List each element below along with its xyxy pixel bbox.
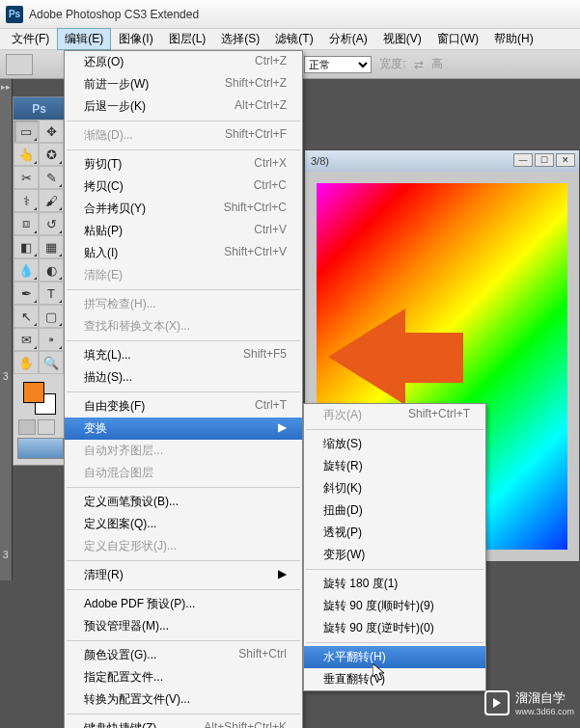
menu-auto-blend: 自动混合图层 xyxy=(65,462,302,484)
document-title[interactable]: 3/8) — ☐ ✕ xyxy=(305,150,579,172)
menu-undo[interactable]: 还原(O)Ctrl+Z xyxy=(65,51,302,73)
menu-rotate-90ccw[interactable]: 旋转 90 度(逆时针)(0) xyxy=(304,617,485,639)
menu-spellcheck: 拼写检查(H)... xyxy=(65,293,302,315)
eyedropper-tool[interactable]: ⁍ xyxy=(39,328,64,351)
annotation-arrow xyxy=(405,333,463,383)
watermark: 溜溜自学 www.3d66.com xyxy=(484,689,574,716)
options-width-label: 宽度: xyxy=(379,56,405,72)
cursor-icon xyxy=(373,663,388,683)
path-select-tool[interactable]: ↖ xyxy=(14,305,39,328)
move-tool[interactable]: ✥ xyxy=(39,120,64,143)
menu-find-replace: 查找和替换文本(X)... xyxy=(65,315,302,337)
lasso-tool[interactable]: 👆 xyxy=(14,143,39,166)
menu-layer[interactable]: 图层(L) xyxy=(161,28,214,50)
screen-mode-button[interactable] xyxy=(17,438,64,459)
dock-expand-icon[interactable]: ▸▸ xyxy=(1,82,11,92)
type-tool[interactable]: T xyxy=(39,282,64,305)
menu-file[interactable]: 文件(F) xyxy=(4,28,57,50)
shape-tool[interactable]: ▢ xyxy=(39,305,64,328)
menu-flip-horizontal[interactable]: 水平翻转(H) xyxy=(304,646,485,668)
menu-edit[interactable]: 编辑(E) xyxy=(57,28,111,50)
marquee-tool[interactable]: ▭ xyxy=(14,120,39,143)
menu-copy[interactable]: 拷贝(C)Ctrl+C xyxy=(65,175,302,198)
history-brush-tool[interactable]: ↺ xyxy=(39,212,64,235)
menu-step-forward[interactable]: 前进一步(W)Shift+Ctrl+Z xyxy=(65,73,302,95)
app-icon: Ps xyxy=(6,6,23,23)
menu-select[interactable]: 选择(S) xyxy=(213,28,267,50)
dodge-tool[interactable]: ◐ xyxy=(39,258,64,282)
menu-pdf-presets[interactable]: Adobe PDF 预设(P)... xyxy=(65,593,302,615)
zoom-tool[interactable]: 🔍 xyxy=(39,351,64,374)
notes-tool[interactable]: ✉ xyxy=(14,328,39,351)
quick-select-tool[interactable]: ✪ xyxy=(39,143,64,166)
menu-scale[interactable]: 缩放(S) xyxy=(304,433,485,455)
menu-assign-profile[interactable]: 指定配置文件... xyxy=(65,666,302,688)
annotation-arrow-head xyxy=(328,309,405,405)
eraser-tool[interactable]: ◧ xyxy=(14,235,39,258)
menu-rotate-180[interactable]: 旋转 180 度(1) xyxy=(304,573,485,595)
ruler-mark: 3 xyxy=(3,371,9,382)
toolbox: Ps ▭ ✥ 👆 ✪ ✂ ✎ ⚕ 🖌 ⧈ ↺ ◧ ▦ 💧 ◐ ✒ T ↖ ▢ ✉… xyxy=(13,96,66,466)
menu-distort[interactable]: 扭曲(D) xyxy=(304,499,485,522)
app-title: Adobe Photoshop CS3 Extended xyxy=(29,8,199,21)
color-swatches[interactable] xyxy=(23,382,56,415)
menu-image[interactable]: 图像(I) xyxy=(111,28,160,50)
crop-tool[interactable]: ✂ xyxy=(14,166,39,189)
watermark-text: 溜溜自学 xyxy=(515,690,566,705)
close-button[interactable]: ✕ xyxy=(556,153,575,167)
watermark-sub: www.3d66.com xyxy=(515,707,574,716)
menu-step-backward[interactable]: 后退一步(K)Alt+Ctrl+Z xyxy=(65,95,302,118)
menu-help[interactable]: 帮助(H) xyxy=(486,28,541,50)
standard-mode-icon[interactable] xyxy=(18,419,36,435)
menu-flip-vertical[interactable]: 垂直翻转(V) xyxy=(304,668,485,690)
menu-perspective[interactable]: 透视(P) xyxy=(304,522,485,544)
quickmask-mode-icon[interactable] xyxy=(38,419,55,435)
menu-rotate[interactable]: 旋转(R) xyxy=(304,455,485,477)
menu-window[interactable]: 窗口(W) xyxy=(429,28,486,50)
maximize-button[interactable]: ☐ xyxy=(535,153,554,167)
menu-define-shape: 定义自定形状(J)... xyxy=(65,535,302,557)
slice-tool[interactable]: ✎ xyxy=(39,166,64,189)
tool-preset-icon[interactable] xyxy=(6,54,33,75)
menu-convert-profile[interactable]: 转换为配置文件(V)... xyxy=(65,688,302,711)
blur-tool[interactable]: 💧 xyxy=(14,258,39,282)
foreground-color[interactable] xyxy=(23,382,44,403)
ruler-mark: 3 xyxy=(3,550,9,560)
menu-cut[interactable]: 剪切(T)Ctrl+X xyxy=(65,153,302,175)
brush-tool[interactable]: 🖌 xyxy=(39,189,64,212)
menubar: 文件(F) 编辑(E) 图像(I) 图层(L) 选择(S) 滤镜(T) 分析(A… xyxy=(0,29,580,50)
menu-copy-merged[interactable]: 合并拷贝(Y)Shift+Ctrl+C xyxy=(65,198,302,220)
menu-analysis[interactable]: 分析(A) xyxy=(321,28,375,50)
menu-preset-manager[interactable]: 预设管理器(M)... xyxy=(65,615,302,637)
menu-define-pattern[interactable]: 定义图案(Q)... xyxy=(65,513,302,535)
menu-view[interactable]: 视图(V) xyxy=(375,28,429,50)
menu-warp[interactable]: 变形(W) xyxy=(304,544,485,566)
transform-submenu: 再次(A)Shift+Ctrl+T 缩放(S) 旋转(R) 斜切(K) 扭曲(D… xyxy=(303,403,486,691)
heal-tool[interactable]: ⚕ xyxy=(14,189,39,212)
menu-paste-into[interactable]: 贴入(I)Shift+Ctrl+V xyxy=(65,242,302,264)
menu-color-settings[interactable]: 颜色设置(G)...Shift+Ctrl xyxy=(65,644,302,666)
gradient-tool[interactable]: ▦ xyxy=(39,235,64,258)
play-icon xyxy=(484,690,510,715)
menu-paste[interactable]: 粘贴(P)Ctrl+V xyxy=(65,220,302,242)
menu-skew[interactable]: 斜切(K) xyxy=(304,477,485,499)
toolbox-header[interactable]: Ps xyxy=(14,97,65,120)
menu-auto-align: 自动对齐图层... xyxy=(65,440,302,462)
menu-fade: 渐隐(D)...Shift+Ctrl+F xyxy=(65,124,302,147)
menu-free-transform[interactable]: 自由变换(F)Ctrl+T xyxy=(65,395,302,418)
menu-fill[interactable]: 填充(L)...Shift+F5 xyxy=(65,344,302,366)
minimize-button[interactable]: — xyxy=(513,153,533,167)
menu-keyboard-shortcuts[interactable]: 键盘快捷键(Z)...Alt+Shift+Ctrl+K xyxy=(65,717,302,728)
menu-filter[interactable]: 滤镜(T) xyxy=(267,28,320,50)
pen-tool[interactable]: ✒ xyxy=(14,282,39,305)
menu-transform[interactable]: 变换▶ xyxy=(65,418,302,440)
hand-tool[interactable]: ✋ xyxy=(14,351,39,374)
menu-purge[interactable]: 清理(R)▶ xyxy=(65,564,302,586)
menu-clear: 清除(E) xyxy=(65,264,302,286)
options-style-select[interactable]: 正常 xyxy=(304,56,372,73)
menu-rotate-90cw[interactable]: 旋转 90 度(顺时针)(9) xyxy=(304,595,485,617)
stamp-tool[interactable]: ⧈ xyxy=(14,212,39,235)
menu-define-brush[interactable]: 定义画笔预设(B)... xyxy=(65,491,302,513)
menu-stroke[interactable]: 描边(S)... xyxy=(65,366,302,389)
panel-dock[interactable] xyxy=(0,79,13,580)
